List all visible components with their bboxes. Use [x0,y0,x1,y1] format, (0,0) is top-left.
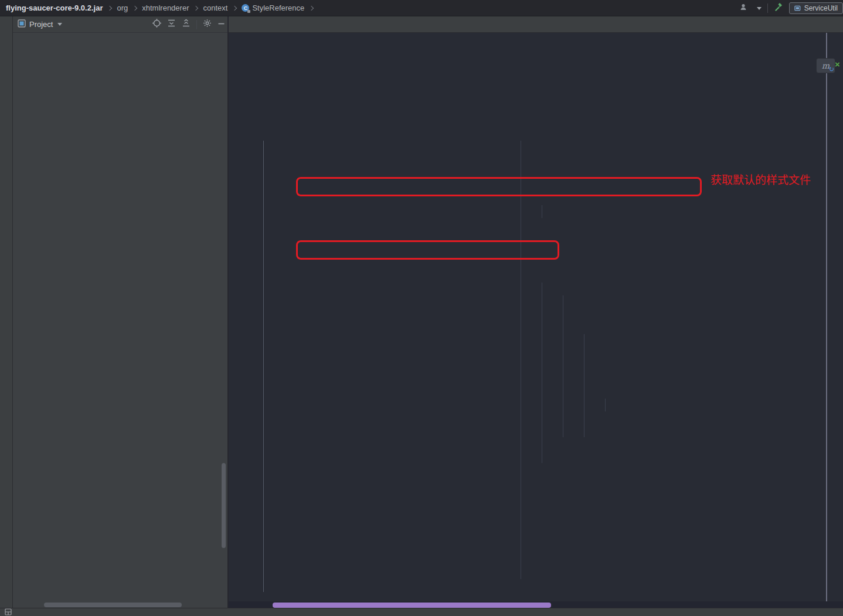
method-hint-widget[interactable]: m ↻ [816,58,835,73]
breadcrumb-item[interactable]: context [203,4,227,12]
breadcrumb-separator-icon [232,5,237,10]
breadcrumb-label: StyleReference [252,4,304,12]
run-configuration-label: ServiceUtil [804,4,838,12]
user-icon[interactable] [739,3,749,13]
hide-panel-icon[interactable] [217,19,225,30]
project-view-caret[interactable] [57,23,62,26]
collapse-all-icon[interactable] [182,19,191,30]
project-panel-header: Project [13,16,229,33]
status-bar [0,608,843,616]
breadcrumb-separator-icon [309,5,314,10]
indent-guide [542,205,542,218]
breadcrumb-label: xhtmlrenderer [142,4,189,12]
indent-guide [542,283,542,463]
indent-guide [584,334,584,437]
breadcrumb-separator-icon [107,5,112,10]
breadcrumb-label: context [203,4,227,12]
breadcrumb-label: org [117,4,128,12]
editor-tab-bar [229,16,843,33]
class-icon: C [242,4,249,12]
close-icon[interactable]: × [835,59,840,69]
right-margin-guide [826,33,827,601]
divider [767,4,768,13]
breadcrumb: flying-saucer-core-9.0.2.jarorgxhtmlrend… [0,0,843,16]
tool-window-stripe [0,16,13,608]
breadcrumb-item[interactable]: xhtmlrenderer [142,4,189,12]
project-tree[interactable] [13,33,229,608]
fold-range-line [263,141,264,592]
tree-hscroll-thumb[interactable] [44,603,182,607]
expand-all-icon[interactable] [167,19,176,30]
breadcrumb-separator-icon [132,5,137,10]
user-dropdown-caret[interactable] [757,7,762,10]
settings-gear-icon[interactable] [203,19,212,30]
tool-window-switcher-icon[interactable] [5,608,12,616]
ide-window: flying-saucer-core-9.0.2.jarorgxhtmlrend… [0,0,843,616]
build-hammer-icon[interactable] [774,2,783,14]
divider [196,20,197,29]
sync-icon: ↻ [828,65,834,73]
project-panel-title[interactable]: Project [29,20,53,29]
panel-divider[interactable] [227,16,229,608]
breadcrumb-item[interactable]: org [117,4,128,12]
code-editor[interactable] [229,33,843,601]
breadcrumb-separator-icon [193,5,198,10]
locate-file-icon[interactable] [152,19,161,30]
lock-badge [247,10,250,13]
breadcrumb-item[interactable]: flying-saucer-core-9.0.2.jar [6,4,103,12]
indent-guide [521,141,521,579]
project-icon [18,19,26,30]
run-configuration-select[interactable]: ServiceUtil [789,2,843,14]
editor-hscroll-thumb[interactable] [273,603,551,608]
breadcrumb-item[interactable]: CStyleReference [242,4,304,12]
indent-guide [605,399,606,411]
indent-guide [563,295,563,437]
tree-vscroll-thumb[interactable] [222,463,226,548]
breadcrumb-label: flying-saucer-core-9.0.2.jar [6,4,103,12]
